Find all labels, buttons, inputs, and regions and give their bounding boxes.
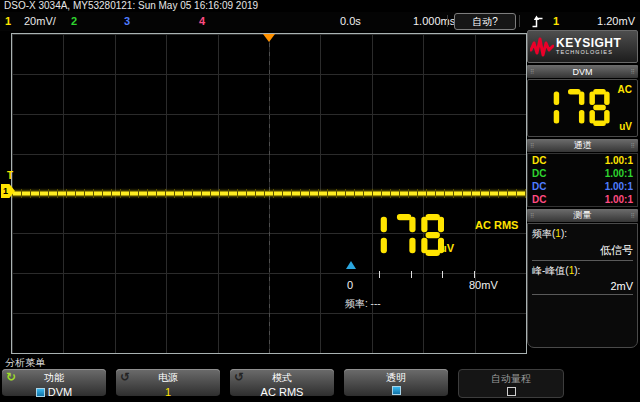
channel-1-trace (12, 189, 526, 198)
channel-2-button[interactable]: 2 (71, 15, 77, 27)
channel-probe-ratio: 1.00:1 (605, 193, 633, 206)
cycle-icon: ↺ (120, 371, 130, 383)
measurements-panel-header[interactable]: ⠿ 测量 ⠿ (527, 209, 638, 222)
keysight-logo: KEYSIGHT TECHNOLOGIES (527, 30, 638, 63)
dvm-scale-pointer-icon (346, 261, 356, 269)
channel-probe-ratio: 1.00:1 (605, 180, 633, 193)
channel-probe-ratio: 1.00:1 (605, 154, 633, 167)
channel-row-2[interactable]: DC 1.00:1 (528, 167, 637, 180)
softkey-title: 模式 (230, 371, 334, 385)
channel-coupling: DC (532, 167, 546, 180)
dvm-panel-title: DVM (573, 67, 593, 77)
softkey-title: 自动量程 (459, 372, 563, 386)
dvm-scale-tick (474, 271, 475, 278)
dvm-scale-tick (411, 271, 412, 278)
channel-4-button[interactable]: 4 (199, 15, 205, 27)
brand-subtitle: TECHNOLOGIES (556, 49, 621, 55)
softkey-title: 电源 (116, 371, 220, 385)
grip-icon: ⠿ (631, 142, 635, 149)
titlebar-text: DSO-X 3034A, MY53280121: Sun May 05 16:1… (4, 0, 258, 11)
rising-edge-icon (532, 15, 543, 28)
dvm-frequency-label: 频率: (345, 298, 368, 309)
statusbar-divider (519, 15, 520, 27)
trigger-position-marker-icon[interactable] (263, 34, 275, 42)
channel-1-scale[interactable]: 20mV/ (24, 15, 56, 27)
dvm-overlay-frequency: 频率: --- (345, 297, 381, 311)
softkey-source[interactable]: ↺ 电源 1 (116, 369, 220, 396)
dvm-unit: uV (619, 121, 632, 132)
dvm-overlay-sevenseg-value (364, 214, 444, 256)
brand-name: KEYSIGHT (556, 38, 621, 49)
dvm-readout-panel[interactable]: AC uV (527, 79, 638, 137)
softkey-value: AC RMS (230, 386, 334, 398)
measurement-value: 低信号 (532, 243, 633, 258)
dvm-scale-tick (379, 271, 380, 278)
softkey-value: 1 (116, 386, 220, 398)
softkey-title: 透明 (344, 371, 448, 385)
channel-coupling: DC (532, 154, 546, 167)
grip-icon: ⠿ (631, 68, 635, 75)
checkbox-checked-icon (36, 388, 45, 397)
channels-panel-title: 通道 (574, 139, 592, 152)
timebase-value[interactable]: 1.000ms/ (413, 15, 458, 27)
softkey-autorange: 自动量程 (458, 369, 564, 398)
dvm-scale-max: 80mV (469, 279, 498, 291)
keysight-spark-icon (530, 37, 554, 57)
grip-icon: ⠿ (530, 68, 534, 75)
channel-row-4[interactable]: DC 1.00:1 (528, 193, 637, 206)
measurement-label-text: ): (561, 228, 567, 239)
dvm-overlay-mode: AC RMS (475, 219, 518, 231)
channels-panel: DC 1.00:1 DC 1.00:1 DC 1.00:1 DC 1.00:1 (527, 153, 638, 207)
measurement-value: 2mV (532, 280, 633, 292)
analysis-menu-label: 分析菜单 (5, 356, 45, 370)
statusbar-divider (447, 15, 448, 27)
trigger-level-marker[interactable]: T (7, 170, 13, 181)
channel-row-1[interactable]: DC 1.00:1 (528, 154, 637, 167)
checkbox-empty-icon (507, 387, 516, 396)
measurements-panel: 频率(1): 低信号 峰-峰值(1): 2mV (527, 223, 638, 348)
channels-panel-header[interactable]: ⠿ 通道 ⠿ (527, 139, 638, 152)
cycle-icon: ↺ (234, 371, 244, 383)
measurements-panel-title: 测量 (574, 209, 592, 222)
right-sidebar: KEYSIGHT TECHNOLOGIES ⠿ DVM ⠿ AC uV ⠿ 通道… (527, 30, 638, 402)
dvm-coupling: AC (618, 84, 632, 95)
dvm-scale-tick (442, 271, 443, 278)
dvm-scale-min: 0 (347, 279, 353, 291)
channel-1-button[interactable]: 1 (5, 15, 11, 27)
dvm-sevenseg-value (539, 89, 610, 126)
softkey-value: DVM (48, 386, 72, 398)
divider (532, 294, 633, 295)
trigger-auto-button[interactable]: 自动? (454, 13, 516, 30)
channel-coupling: DC (532, 193, 546, 206)
softkey-title: 功能 (2, 371, 106, 385)
dvm-panel-header[interactable]: ⠿ DVM ⠿ (527, 65, 638, 78)
checkbox-checked-icon (392, 386, 401, 395)
dvm-overlay-unit: uV (440, 242, 454, 254)
measurement-label-text: 频率( (532, 228, 555, 239)
grip-icon: ⠿ (631, 212, 635, 219)
measurement-label: 频率(1): (532, 227, 633, 241)
softkey-mode[interactable]: ↺ 模式 AC RMS (230, 369, 334, 396)
waveform-graticule[interactable]: T 1 uV AC RMS 0 80mV 频率: --- (11, 33, 527, 354)
channel-coupling: DC (532, 180, 546, 193)
softkey-function[interactable]: ↻ 功能 DVM (2, 369, 106, 396)
channel-row-3[interactable]: DC 1.00:1 (528, 180, 637, 193)
dvm-frequency-value: --- (371, 298, 381, 309)
measurement-label-text: ): (574, 265, 580, 276)
channel-probe-ratio: 1.00:1 (605, 167, 633, 180)
divider (532, 260, 633, 261)
horizontal-delay[interactable]: 0.0s (340, 15, 361, 27)
measurement-label: 峰-峰值(1): (532, 264, 633, 278)
channel-3-button[interactable]: 3 (124, 15, 130, 27)
trigger-level[interactable]: 1.20mV (585, 15, 635, 27)
softkey-transparent[interactable]: 透明 (344, 369, 448, 396)
trigger-source[interactable]: 1 (553, 15, 559, 27)
cycle-icon: ↻ (6, 371, 16, 383)
grip-icon: ⠿ (530, 142, 534, 149)
grip-icon: ⠿ (530, 212, 534, 219)
status-bar: 1 20mV/ 2 3 4 0.0s 1.000ms/ 自动? 1 1.20mV (0, 12, 640, 31)
measurement-label-text: 峰-峰值( (532, 265, 569, 276)
